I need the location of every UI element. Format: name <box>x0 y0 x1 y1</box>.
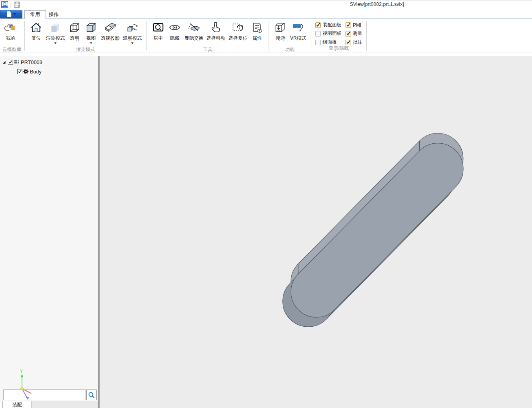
toggle-visibility-button[interactable]: 显隐交换 <box>183 20 205 44</box>
ribbon-tab-strip: 常用 操作 <box>0 10 532 19</box>
document-icon <box>7 11 11 17</box>
view-button[interactable]: 视图 <box>83 20 99 44</box>
chevron-down-icon <box>13 13 16 15</box>
document-eye-icon <box>250 21 264 35</box>
properties-button[interactable]: 属性 <box>249 20 265 44</box>
roam-button[interactable]: 漫游 <box>272 20 289 44</box>
separator <box>146 21 147 51</box>
group-show-hide: 装配面板 视图面板 组面板 <box>312 20 366 53</box>
unchecked-checkbox-icon <box>315 40 321 45</box>
expand-arrow-icon[interactable] <box>2 60 6 64</box>
vr-headset-icon <box>291 21 305 35</box>
checkbox-annotation[interactable]: 批注 <box>346 39 362 45</box>
checked-checkbox-icon <box>346 40 351 45</box>
sview-window: SView[prt0002.prt.1.svlx] 常用 操作 <box>0 0 532 408</box>
group-cloud-library: 我的 云模型库 <box>0 20 24 53</box>
hand-pointer-icon <box>209 21 223 35</box>
center-view-icon <box>152 21 165 35</box>
checked-checkbox-icon <box>346 31 351 37</box>
group-label: 渲染模式 <box>28 46 143 53</box>
app-logo-icon[interactable] <box>1 1 8 8</box>
perspective-button[interactable]: 透视投影 <box>99 20 121 44</box>
separator <box>311 21 311 51</box>
checkbox-view-panel[interactable]: 视图面板 <box>315 31 342 37</box>
group-label: 工具 <box>150 46 265 53</box>
solid-cube-icon <box>84 21 98 35</box>
transparent-button[interactable]: 透明 <box>66 20 83 44</box>
hide-button[interactable]: 隐藏 <box>166 20 183 44</box>
separator <box>11 2 11 8</box>
window-title: SView[prt0002.prt.1.svlx] <box>322 2 432 7</box>
walkthrough-icon <box>274 21 287 35</box>
gear-icon <box>23 69 29 74</box>
assembly-panel: PRT0003 <box>0 56 98 408</box>
tab-home[interactable]: 常用 <box>24 10 46 19</box>
search-button[interactable] <box>86 390 97 400</box>
tab-assembly[interactable]: 装配 <box>3 401 32 408</box>
tab-operate[interactable]: 操作 <box>43 10 64 19</box>
render-mode-button[interactable]: 渲染模式 <box>44 20 66 44</box>
model-key[interactable] <box>100 56 532 408</box>
group-features: 漫游 VR模式 功能 <box>270 20 310 53</box>
title-bar: SView[prt0002.prt.1.svlx] <box>0 0 532 10</box>
separator <box>24 21 25 51</box>
checkbox-group-panel[interactable]: 组面板 <box>315 39 342 45</box>
center-button[interactable]: 居中 <box>150 20 166 44</box>
chevron-down-icon <box>131 42 133 44</box>
eye-slash-icon <box>187 21 201 35</box>
checkbox-assembly-panel[interactable]: 装配面板 <box>315 22 342 28</box>
chevron-down-icon <box>90 42 92 44</box>
panel-bottom-tabs: 装配 <box>0 401 98 408</box>
checkbox-measure[interactable]: 测量 <box>346 31 362 37</box>
quick-access-toolbar <box>1 1 26 8</box>
viewport-3d[interactable] <box>100 56 532 408</box>
home-icon <box>29 21 43 35</box>
separator <box>366 21 367 51</box>
search-input[interactable] <box>3 390 86 400</box>
tree-checkbox-checked[interactable] <box>17 69 22 74</box>
orbit-cube-icon <box>126 21 139 35</box>
my-models-button[interactable]: 我的 <box>2 20 19 44</box>
group-label: 功能 <box>272 46 308 53</box>
eye-icon <box>168 21 181 35</box>
wireframe-cube-icon <box>68 21 81 35</box>
content-area: PRT0003 <box>0 56 532 408</box>
selection-rotate-icon <box>231 21 245 35</box>
vr-mode-button[interactable]: VR模式 <box>289 20 308 44</box>
tree-checkbox-checked[interactable] <box>8 60 13 65</box>
tree-item-root[interactable]: PRT0003 <box>2 59 42 66</box>
chevron-down-icon <box>54 42 57 44</box>
group-label: 显示/隐藏 <box>314 45 363 51</box>
separator <box>23 2 23 8</box>
unchecked-checkbox-icon <box>315 31 321 37</box>
search-row <box>3 390 97 400</box>
perspective-box-icon <box>104 21 117 35</box>
app-menu-button[interactable] <box>0 10 22 18</box>
axis-y-label: Y <box>20 369 23 373</box>
select-move-button[interactable]: 选择移动 <box>205 20 227 44</box>
checked-checkbox-icon <box>346 22 351 28</box>
save-icon[interactable] <box>13 1 20 8</box>
search-icon <box>88 392 95 399</box>
reset-button[interactable]: 复位 <box>28 20 44 44</box>
tree-item-label: Body <box>29 69 42 75</box>
observe-mode-button[interactable]: 观察模式 <box>121 20 143 44</box>
separator <box>269 21 269 51</box>
ribbon: 我的 云模型库 复位 <box>0 19 532 53</box>
cloud-icon <box>4 21 17 35</box>
checked-checkbox-icon <box>315 22 321 28</box>
tree-item-label: PRT0003 <box>20 59 42 65</box>
select-reset-button[interactable]: 选择复位 <box>227 20 249 44</box>
group-label: 云模型库 <box>2 46 21 53</box>
shaded-cube-icon <box>49 21 62 35</box>
group-tools: 居中 隐藏 <box>148 20 268 53</box>
part-icon <box>14 59 20 65</box>
axis-triad: Y <box>0 56 98 408</box>
checkbox-pmi[interactable]: PMI <box>346 22 362 28</box>
group-render-mode: 复位 渲染模式 <box>26 20 146 53</box>
tree-item-body[interactable]: Body <box>17 68 42 75</box>
